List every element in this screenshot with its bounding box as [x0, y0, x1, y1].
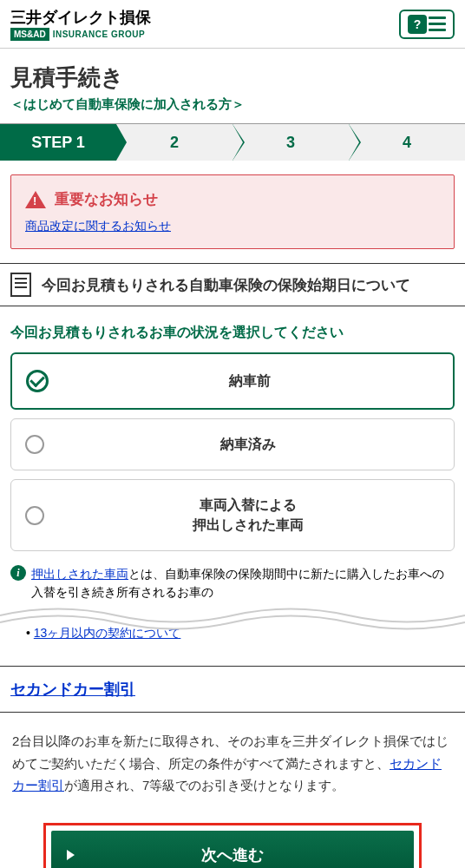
option-before-delivery[interactable]: 納車前 [10, 352, 455, 410]
wave-divider [0, 598, 465, 633]
section-title: 今回お見積もりされる自動車保険の保険始期日について [42, 275, 410, 295]
msad-badge: MS&AD [10, 28, 49, 41]
step-4: 4 [349, 124, 465, 161]
next-button[interactable]: 次へ進む [51, 831, 414, 868]
notice-header: 重要なお知らせ [25, 189, 440, 209]
help-icon: ? [408, 15, 427, 34]
option-replacement[interactable]: 車両入替による 押出しされた車両 [10, 479, 455, 551]
page-header: 三井ダイレクト損保 MS&AD INSURANCE GROUP ? [0, 0, 465, 49]
option-label: 車両入替による 押出しされた車両 [56, 496, 440, 535]
section-header: 今回お見積もりされる自動車保険の保険始期日について [0, 263, 465, 306]
question-text: 今回お見積もりされるお車の状況を選択してください [0, 306, 465, 352]
second-car-title-link[interactable]: セカンドカー割引 [10, 681, 135, 698]
step-2: 2 [116, 124, 232, 161]
option-list: 納車前 納車済み 車両入替による 押出しされた車両 [0, 352, 465, 551]
pushed-out-vehicle-link[interactable]: 押出しされた車両 [31, 567, 128, 581]
next-button-wrapper: 次へ進む [43, 823, 422, 868]
step-3: 3 [232, 124, 349, 161]
radio-icon [25, 435, 44, 454]
title-section: 見積手続き ＜はじめて自動車保険に加入される方＞ [0, 49, 465, 124]
second-car-section: セカンドカー割引 [0, 666, 465, 713]
option-label: 納車済み [56, 435, 440, 454]
description-text: 2台目以降のお車を新たに取得され、そのお車を三井ダイレクト損保ではじめてご契約い… [0, 713, 465, 814]
step-1: STEP 1 [0, 124, 116, 161]
hamburger-icon [429, 16, 446, 31]
info-icon: i [10, 565, 26, 581]
page-title: 見積手続き [10, 62, 455, 93]
group-line: MS&AD INSURANCE GROUP [10, 28, 151, 41]
document-icon [10, 273, 31, 297]
notice-box: 重要なお知らせ 商品改定に関するお知らせ [10, 174, 455, 249]
notice-link[interactable]: 商品改定に関するお知らせ [25, 219, 171, 233]
company-name: 三井ダイレクト損保 [10, 7, 151, 28]
menu-button[interactable]: ? [399, 10, 455, 39]
check-icon [26, 370, 49, 392]
group-text: INSURANCE GROUP [53, 30, 145, 39]
play-icon [67, 850, 75, 860]
option-delivered[interactable]: 納車済み [10, 418, 455, 470]
warning-icon [25, 191, 46, 208]
option-label: 納車前 [61, 372, 439, 391]
notice-title: 重要なお知らせ [55, 189, 158, 209]
progress-bar: STEP 1 2 3 4 [0, 124, 465, 161]
radio-icon [25, 506, 44, 525]
logo-area: 三井ダイレクト損保 MS&AD INSURANCE GROUP [10, 7, 151, 41]
page-subtitle: ＜はじめて自動車保険に加入される方＞ [10, 96, 455, 113]
